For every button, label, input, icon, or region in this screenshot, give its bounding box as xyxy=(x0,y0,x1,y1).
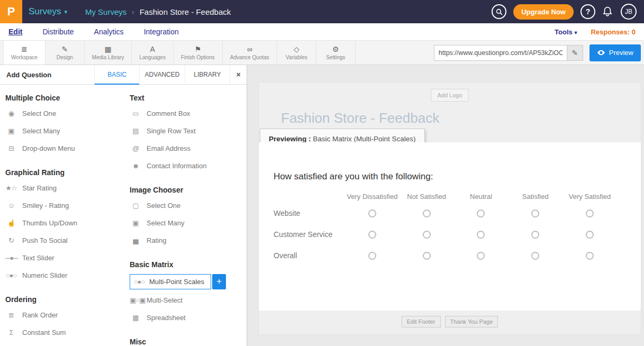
question-type-select-many[interactable]: ▣ Select Many xyxy=(5,122,130,140)
matrix-column-header: Not Satisfied xyxy=(400,193,454,201)
question-type-image-select-many[interactable]: ▣ Select Many xyxy=(130,214,245,232)
header-actions: Upgrade Now ? JB xyxy=(492,4,644,20)
radio-button[interactable] xyxy=(586,231,594,239)
edit-footer-button[interactable]: Edit Footer xyxy=(402,316,441,327)
question-type-single-row-text[interactable]: ▤ Single Row Text xyxy=(130,122,245,140)
radio-button[interactable] xyxy=(586,210,594,217)
question-type-thumbs-up-down[interactable]: ☝ Thumbs Up/Down xyxy=(5,214,130,232)
user-avatar[interactable]: JB xyxy=(621,4,637,20)
survey-url-input[interactable] xyxy=(434,45,567,61)
radio-button[interactable] xyxy=(531,252,539,260)
tab-basic[interactable]: BASIC xyxy=(94,65,139,84)
question-type-label: Email Address xyxy=(147,144,191,152)
edit-url-button[interactable]: ✎ xyxy=(567,45,583,61)
radio-button[interactable] xyxy=(423,252,431,260)
question-type-star-rating[interactable]: ★☆ Star Rating xyxy=(5,179,130,197)
question-type-constant-sum[interactable]: Σ Constant Sum xyxy=(5,324,130,341)
search-button[interactable] xyxy=(492,4,506,19)
question-type-push-to-social[interactable]: ↻ Push To Social xyxy=(5,232,130,249)
tab-analytics[interactable]: Analytics xyxy=(94,28,124,36)
toolbar-media-library[interactable]: ▦ Media Library xyxy=(85,41,132,65)
top-header: P Surveys ▾ My Surveys › Fashion Store -… xyxy=(0,0,644,23)
questionpro-logo[interactable]: P xyxy=(0,0,22,23)
survey-title: Fashion Store - Feedback xyxy=(281,110,439,126)
upgrade-now-button[interactable]: Upgrade Now xyxy=(513,4,574,20)
question-type-spreadsheet[interactable]: ▦ Spreadsheet xyxy=(130,309,245,326)
tab-edit[interactable]: Edit xyxy=(8,28,22,36)
radio-button[interactable] xyxy=(368,231,376,239)
toolbar-languages-label: Languages xyxy=(139,54,166,60)
question-type-image-rating[interactable]: ▅ Rating xyxy=(130,232,245,249)
surveys-product-menu[interactable]: Surveys ▾ xyxy=(29,6,67,17)
question-type-image-select-one[interactable]: ▢ Select One xyxy=(130,197,245,214)
question-type-smiley-rating[interactable]: ☺ Smiley - Rating xyxy=(5,197,130,214)
question-type-contact-information[interactable]: ☻ Contact Information xyxy=(130,157,245,175)
radio-button[interactable] xyxy=(477,252,485,260)
toolbar-settings-label: Settings xyxy=(326,54,345,60)
radio-button[interactable] xyxy=(531,231,539,239)
add-question-plus-button[interactable]: + xyxy=(212,274,226,289)
tab-library[interactable]: LIBRARY xyxy=(185,65,230,84)
tab-advanced[interactable]: ADVANCED xyxy=(139,65,184,84)
bell-icon xyxy=(602,6,613,17)
toolbar-variables[interactable]: ◇ Variables xyxy=(277,41,316,65)
toolbar-workspace[interactable]: ≣ Workspace xyxy=(3,41,46,65)
section-nav: Edit Distribute Analytics Integration To… xyxy=(0,23,644,41)
question-type-clipped[interactable]: ▦ xyxy=(5,341,130,346)
question-type-text-slider[interactable]: ─●─ Text Slider xyxy=(5,249,130,267)
question-type-multi-point-scales[interactable]: ○●○ Multi-Point Scales xyxy=(130,274,211,289)
single-row-text-icon: ▤ xyxy=(130,127,141,135)
section-ordering: Ordering xyxy=(5,295,130,304)
responses-count[interactable]: Responses: 0 xyxy=(591,28,636,36)
radio-button[interactable] xyxy=(477,210,485,217)
help-button[interactable]: ? xyxy=(580,4,595,19)
chevron-down-icon: ▾ xyxy=(64,8,67,15)
radio-button[interactable] xyxy=(368,252,376,260)
tools-label: Tools xyxy=(555,28,573,36)
question-type-label: Multi-Point Scales xyxy=(149,278,204,286)
toolbar-finish-options[interactable]: ⚑ Finish Options xyxy=(174,41,223,65)
section-multiple-choice: Multiple Choice xyxy=(5,94,130,102)
section-image-chooser: Image Chooser xyxy=(130,186,245,194)
preview-button[interactable]: Preview xyxy=(589,44,641,61)
tab-distribute[interactable]: Distribute xyxy=(42,28,74,36)
question-type-comment-box[interactable]: ▭ Comment Box xyxy=(130,105,245,122)
question-type-dropdown-menu[interactable]: ⊟ Drop-down Menu xyxy=(5,140,130,157)
notifications-button[interactable] xyxy=(602,5,614,18)
media-library-icon: ▦ xyxy=(105,45,112,53)
matrix-row-label: Customer Service xyxy=(274,230,345,239)
tab-integration[interactable]: Integration xyxy=(144,28,179,36)
rank-order-icon: ≣ xyxy=(5,311,17,319)
radio-button[interactable] xyxy=(586,252,594,260)
languages-icon: A xyxy=(150,45,155,53)
question-types: Multiple Choice ◉ Select One ▣ Select Ma… xyxy=(0,85,247,346)
add-logo-button[interactable]: Add Logo xyxy=(431,89,468,102)
radio-button[interactable] xyxy=(368,210,376,217)
question-types-column-1: Multiple Choice ◉ Select One ▣ Select Ma… xyxy=(5,85,130,346)
question-type-rank-order[interactable]: ≣ Rank Order xyxy=(5,306,130,324)
question-type-email-address[interactable]: @ Email Address xyxy=(130,140,245,157)
radio-button[interactable] xyxy=(423,231,431,239)
workspace-icon: ≣ xyxy=(21,45,28,53)
thank-you-page-button[interactable]: Thank You Page xyxy=(445,316,498,327)
advance-quotas-icon: ∞ xyxy=(247,45,252,53)
close-panel-button[interactable]: × xyxy=(230,65,247,84)
radio-button[interactable] xyxy=(423,210,431,217)
radio-button[interactable] xyxy=(477,231,485,239)
toolbar-settings[interactable]: ⚙ Settings xyxy=(316,41,356,65)
toolbar-design[interactable]: ✎ Design xyxy=(46,41,85,65)
tools-menu[interactable]: Tools ▾ xyxy=(555,28,577,36)
question-text: How satisfied are you with the following… xyxy=(274,171,641,182)
breadcrumb-my-surveys[interactable]: My Surveys xyxy=(85,7,126,16)
question-type-select-one[interactable]: ◉ Select One xyxy=(5,105,130,122)
toolbar-languages[interactable]: A Languages xyxy=(132,41,174,65)
image-select-one-icon: ▢ xyxy=(130,202,141,210)
matrix-row-customer-service: Customer Service xyxy=(274,224,617,245)
matrix-row-website: Website xyxy=(274,203,617,224)
question-type-label: Numeric Slider xyxy=(22,271,67,279)
question-type-multi-select[interactable]: ▣○▣ Multi-Select xyxy=(130,292,245,309)
question-type-numeric-slider[interactable]: ○●○ Numeric Slider xyxy=(5,267,130,284)
radio-button[interactable] xyxy=(531,210,539,217)
toolbar-advance-quotas[interactable]: ∞ Advance Quotas xyxy=(223,41,277,65)
finish-options-icon: ⚑ xyxy=(195,45,202,53)
